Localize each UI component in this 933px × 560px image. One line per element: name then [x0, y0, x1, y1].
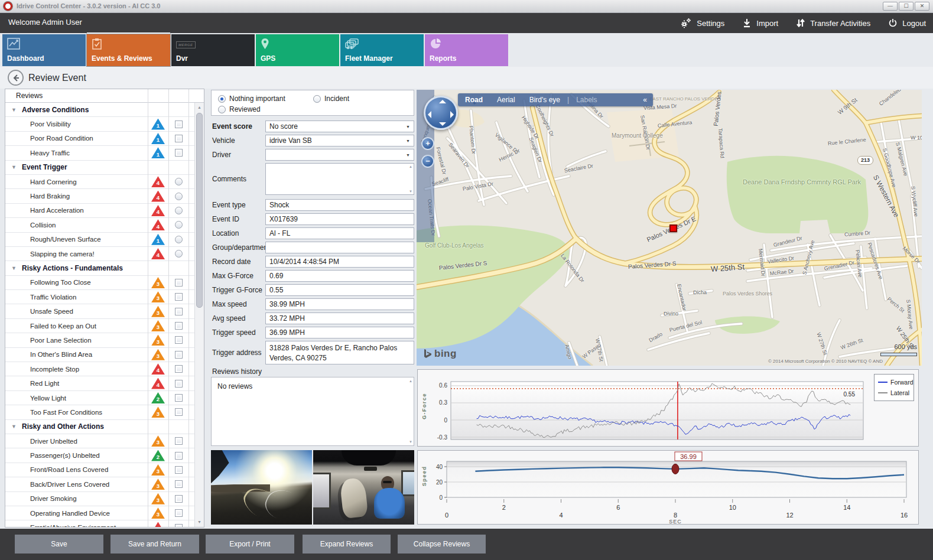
item-checkbox[interactable]: [175, 394, 183, 402]
item-checkbox[interactable]: [175, 466, 183, 474]
settings-button[interactable]: Settings: [680, 18, 724, 28]
back-button[interactable]: [8, 70, 24, 86]
tree-item-slapping-the-camera-[interactable]: Slapping the camera!4: [5, 247, 196, 261]
map-mode-bird-s-eye[interactable]: Bird's eye: [522, 96, 567, 104]
zoom-out-button[interactable]: −: [421, 155, 434, 168]
tab-gps[interactable]: GPS: [256, 34, 339, 66]
tab-events-reviews[interactable]: Events & Reviews: [87, 34, 170, 66]
item-checkbox[interactable]: [175, 495, 183, 503]
map-mode-aerial[interactable]: Aerial: [490, 96, 522, 104]
tree-item-traffic-violation[interactable]: Traffic Violation3: [5, 290, 196, 304]
collapse-arrow-icon[interactable]: ▼: [11, 265, 17, 271]
pan-down-icon[interactable]: [439, 122, 446, 126]
tree-group-risky-and-other-actions[interactable]: ▼Risky and Other Actions: [5, 420, 196, 434]
save-and-return-button[interactable]: Save and Return: [110, 535, 199, 554]
bing-map[interactable]: Conqueror DrForrestal DrPhantom DrSearav…: [417, 90, 922, 366]
collapse-arrow-icon[interactable]: ▼: [11, 164, 17, 170]
tree-item-hard-acceleration[interactable]: Hard Acceleration4: [5, 204, 196, 218]
item-radio[interactable]: [175, 236, 183, 243]
close-button[interactable]: ✕: [915, 2, 929, 11]
item-checkbox[interactable]: [175, 509, 183, 517]
tree-item-collision[interactable]: Collision4: [5, 218, 196, 232]
tree-item-poor-lane-selection[interactable]: Poor Lane Selection3: [5, 333, 196, 347]
tree-item-poor-visibility[interactable]: Poor Visibility1: [5, 117, 196, 131]
zoom-in-button[interactable]: +: [421, 137, 434, 150]
item-checkbox[interactable]: [175, 480, 183, 488]
tree-scrollbar-thumb[interactable]: [196, 113, 203, 308]
scroll-up-icon[interactable]: ▲: [196, 103, 203, 112]
item-radio[interactable]: [175, 193, 183, 200]
item-checkbox[interactable]: [175, 336, 183, 344]
item-checkbox[interactable]: [175, 279, 183, 286]
vehicle-select[interactable]: idrive Van SB▼: [265, 135, 414, 146]
item-checkbox[interactable]: [175, 437, 183, 445]
item-checkbox[interactable]: [175, 351, 183, 359]
item-checkbox[interactable]: [175, 380, 183, 388]
tree-item-front-road-lens-covered[interactable]: Front/Road Lens Covered3: [5, 463, 196, 477]
map-mode-road[interactable]: Road: [458, 96, 490, 104]
item-radio[interactable]: [175, 250, 183, 258]
scroll-down-icon[interactable]: ▼: [409, 440, 412, 444]
radio-nothing-important[interactable]: Nothing important: [218, 95, 285, 103]
save-button[interactable]: Save: [15, 535, 103, 554]
item-radio[interactable]: [175, 207, 183, 214]
item-checkbox[interactable]: [175, 365, 183, 373]
item-checkbox[interactable]: [175, 149, 183, 157]
scroll-down-icon[interactable]: ▼: [196, 518, 203, 526]
tree-item-erratic-abusive-environment[interactable]: Erratic/Abusive Environment4: [5, 520, 196, 527]
import-button[interactable]: Import: [742, 18, 778, 28]
tree-item-driver-unbelted[interactable]: Driver Unbelted3: [5, 434, 196, 448]
scroll-down-icon[interactable]: ▼: [409, 190, 412, 193]
tree-item-rough-uneven-surface[interactable]: Rough/Uneven Surface1: [5, 233, 196, 247]
event-score-select[interactable]: No score▼: [265, 121, 414, 132]
tree-item-incomplete-stop[interactable]: Incomplete Stop4: [5, 362, 196, 376]
radio-incident[interactable]: Incident: [313, 95, 349, 103]
item-radio[interactable]: [175, 178, 183, 185]
tree-item-back-driver-lens-covered[interactable]: Back/Driver Lens Covered3: [5, 477, 196, 491]
tree-item-too-fast-for-conditions[interactable]: Too Fast For Conditions3: [5, 405, 196, 419]
cabin-camera-thumbnail[interactable]: [313, 450, 414, 525]
transfer-activities-button[interactable]: Transfer Activities: [796, 18, 870, 28]
front-camera-thumbnail[interactable]: [211, 450, 312, 525]
minimize-button[interactable]: —: [883, 2, 898, 11]
map-pan-compass[interactable]: [424, 96, 458, 130]
tab-dvr[interactable]: MERGEDvr: [171, 34, 255, 66]
item-checkbox[interactable]: [175, 308, 183, 315]
tree-group-risky-actions-fundamentals[interactable]: ▼Risky Actions - Fundamentals: [5, 261, 196, 275]
scroll-up-icon[interactable]: ▲: [409, 379, 412, 383]
pan-right-icon[interactable]: [450, 111, 454, 118]
tab-reports[interactable]: Reports: [425, 34, 508, 66]
item-checkbox[interactable]: [175, 135, 183, 142]
item-checkbox[interactable]: [175, 452, 183, 460]
tree-item-following-too-close[interactable]: Following Too Close3: [5, 276, 196, 290]
export-print-button[interactable]: Export / Print: [206, 535, 294, 554]
pan-up-icon[interactable]: [439, 100, 446, 103]
tab-dashboard[interactable]: Dashboard: [2, 34, 86, 66]
item-checkbox[interactable]: [175, 322, 183, 330]
tree-item-heavy-traffic[interactable]: Heavy Traffic1: [5, 146, 196, 160]
item-checkbox[interactable]: [175, 524, 183, 527]
scroll-up-icon[interactable]: ▲: [409, 165, 412, 168]
item-checkbox[interactable]: [175, 408, 183, 416]
map-collapse-button[interactable]: «: [637, 96, 653, 104]
collapse-arrow-icon[interactable]: ▼: [11, 107, 17, 113]
event-location-marker[interactable]: [669, 224, 677, 232]
tree-item-driver-smoking[interactable]: Driver Smoking3: [5, 492, 196, 506]
collapse-reviews-button[interactable]: Collapse Reviews: [398, 535, 486, 554]
tree-group-adverse-conditions[interactable]: ▼Adverse Conditions: [5, 103, 196, 117]
radio-reviewed[interactable]: Reviewed: [218, 105, 261, 113]
item-radio[interactable]: [175, 221, 183, 229]
tree-scrollbar[interactable]: ▲ ▼: [194, 103, 204, 527]
maximize-button[interactable]: ☐: [899, 2, 914, 11]
collapse-arrow-icon[interactable]: ▼: [11, 424, 17, 429]
tree-group-event-trigger[interactable]: ▼Event Trigger: [5, 161, 196, 175]
tab-fleet-manager[interactable]: Fleet Manager: [340, 34, 424, 66]
comments-textarea[interactable]: ▲ ▼: [265, 163, 414, 195]
tree-item-passenger-s-unbelted[interactable]: Passenger(s) Unbelted2: [5, 448, 196, 463]
tree-item-yellow-light[interactable]: Yellow Light2: [5, 391, 196, 405]
tree-item-hard-braking[interactable]: Hard Braking4: [5, 189, 196, 203]
tree-item-failed-to-keep-an-out[interactable]: Failed to Keep an Out3: [5, 319, 196, 333]
tree-item-unsafe-speed[interactable]: Unsafe Speed3: [5, 304, 196, 318]
tree-item-hard-cornering[interactable]: Hard Cornering4: [5, 175, 196, 189]
tree-item-operating-handled-device[interactable]: Operating Handled Device3: [5, 506, 196, 520]
